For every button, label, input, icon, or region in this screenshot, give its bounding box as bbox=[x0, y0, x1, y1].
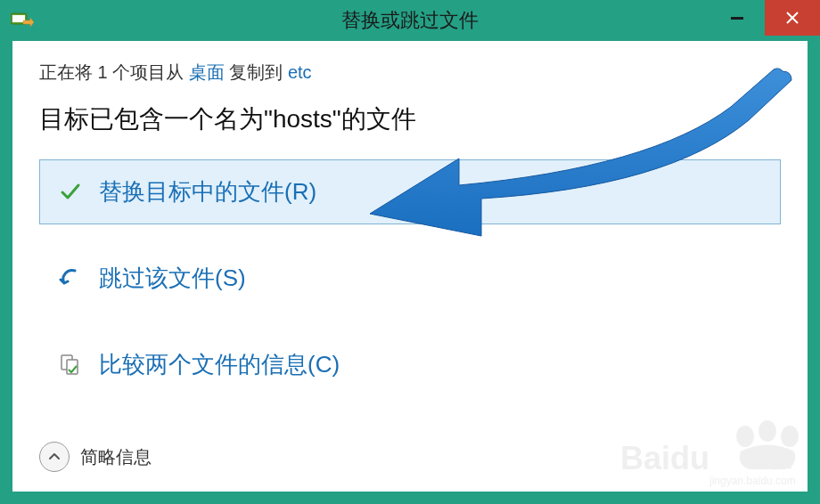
copy-dest-link[interactable]: etc bbox=[288, 62, 312, 82]
window-controls bbox=[709, 0, 820, 36]
option-compare[interactable]: 比较两个文件的信息(C) bbox=[39, 332, 781, 397]
copy-prefix: 正在将 1 个项目从 bbox=[39, 62, 189, 82]
app-icon bbox=[11, 12, 34, 29]
skip-arrow-icon bbox=[58, 266, 83, 291]
option-replace[interactable]: 替换目标中的文件(R) bbox=[39, 159, 781, 224]
option-skip[interactable]: 跳过该文件(S) bbox=[39, 246, 781, 311]
close-button[interactable] bbox=[765, 0, 820, 36]
checkmark-icon bbox=[58, 180, 83, 205]
details-toggle-label: 简略信息 bbox=[80, 445, 152, 469]
conflict-heading: 目标已包含一个名为"hosts"的文件 bbox=[39, 102, 781, 136]
copy-source-link[interactable]: 桌面 bbox=[189, 62, 225, 82]
copy-mid: 复制到 bbox=[225, 62, 288, 82]
compare-files-icon bbox=[58, 353, 83, 378]
window-title: 替换或跳过文件 bbox=[341, 7, 479, 34]
svg-rect-2 bbox=[731, 17, 743, 20]
option-compare-label: 比较两个文件的信息(C) bbox=[99, 349, 340, 380]
details-toggle[interactable]: 简略信息 bbox=[39, 442, 152, 472]
titlebar: 替换或跳过文件 bbox=[0, 0, 820, 41]
option-skip-label: 跳过该文件(S) bbox=[99, 263, 246, 294]
copy-status-line: 正在将 1 个项目从 桌面 复制到 etc bbox=[39, 61, 781, 85]
minimize-button[interactable] bbox=[709, 0, 765, 36]
content-panel: 正在将 1 个项目从 桌面 复制到 etc 目标已包含一个名为"hosts"的文… bbox=[12, 41, 808, 492]
option-replace-label: 替换目标中的文件(R) bbox=[99, 176, 316, 207]
chevron-up-icon bbox=[39, 442, 70, 472]
